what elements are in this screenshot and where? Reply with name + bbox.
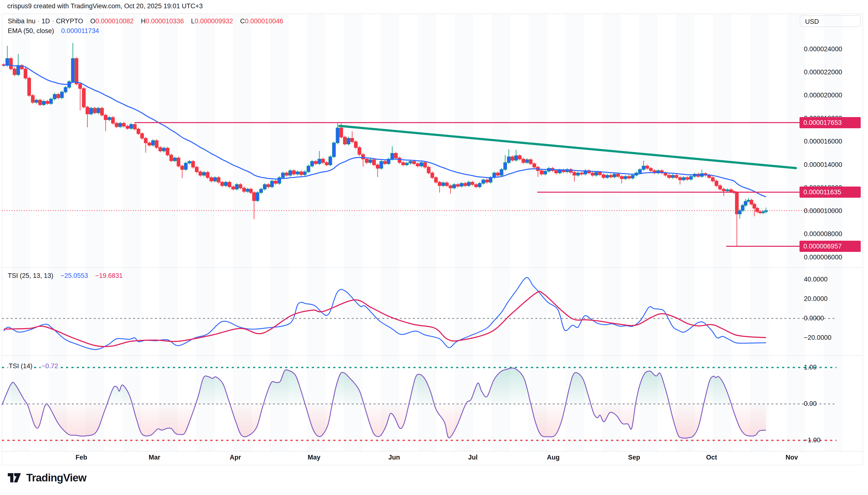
tradingview-published-chart: crispus9 created with TradingView.com, O… [0, 0, 868, 495]
tsi-label: TSI (25, 13, 13) [8, 272, 53, 279]
month-label-nov: Nov [785, 454, 798, 461]
month-label-aug: Aug [547, 454, 559, 461]
month-label-apr: Apr [230, 454, 241, 461]
low-price-label[interactable]: 0.000006957 [799, 241, 861, 252]
month-label-mar: Mar [149, 454, 160, 461]
month-label-sep: Sep [628, 454, 640, 461]
legend-separator: · [50, 17, 56, 25]
close-value: 0.000010046 [245, 17, 283, 25]
month-label-jul: Jul [468, 454, 478, 461]
symbol-name: Shiba Inu [8, 17, 35, 25]
low-value: 0.000009932 [195, 17, 233, 25]
open-key: O [90, 17, 96, 25]
month-label-feb: Feb [75, 454, 87, 461]
ema-value: 0.000011734 [61, 27, 99, 34]
osc-tick-label: 0.00 [804, 400, 817, 408]
interval-label: 1D [41, 17, 50, 25]
price-tick-label: 0.000014000 [804, 161, 842, 169]
attribution-text: crispus9 created with TradingView.com, O… [7, 2, 203, 10]
osc-label: TSI (14) [8, 362, 34, 370]
tsi-tick-label: 20.0000 [804, 295, 828, 303]
month-label-oct: Oct [706, 454, 717, 461]
symbol-legend: Shiba Inu·1D·CRYPTO O0.000010082 H0.0000… [8, 17, 283, 25]
month-label-jun: Jun [388, 454, 400, 461]
tsi-tick-label: −20.0000 [804, 334, 831, 341]
tsi-legend: TSI (25, 13, 13) −25.0553 −19.6831 [8, 272, 123, 279]
osc-tick-label: −1.00 [804, 437, 820, 444]
close-key: C [240, 17, 245, 25]
high-key: H [141, 17, 146, 25]
ema-label: EMA (50, close) [8, 27, 54, 34]
tsi-value-2: −19.6831 [95, 272, 123, 279]
osc-tick-label: 1.00 [804, 363, 817, 371]
exchange-label: CRYPTO [56, 17, 83, 25]
high-value: 0.000010336 [145, 17, 184, 25]
support-price-label[interactable]: 0.000011635 [799, 187, 861, 198]
open-value: 0.000010082 [96, 17, 134, 25]
resistance-price-label[interactable]: 0.000017653 [799, 117, 861, 128]
price-tick-label: 0.000016000 [804, 138, 842, 145]
tradingview-wordmark: TradingView [26, 472, 86, 484]
tradingview-logo[interactable]: TradingView [7, 471, 86, 485]
currency-toggle-button[interactable]: USD [800, 15, 861, 27]
price-tick-label: 0.000008000 [804, 230, 842, 238]
osc-value: −0.72 [40, 362, 59, 370]
low-key: L [191, 17, 195, 25]
legend-separator: · [35, 17, 41, 25]
osc-legend: TSI (14) −0.72 [8, 362, 59, 370]
price-tick-label: 0.000010000 [804, 207, 842, 215]
price-tick-label: 0.000022000 [804, 68, 842, 76]
price-tick-label: 0.000020000 [804, 91, 842, 99]
tradingview-logo-icon [7, 471, 21, 485]
price-tick-label: 0.000024000 [804, 46, 842, 53]
tsi-tick-label: 0.0000 [804, 314, 824, 322]
tsi-value-1: −25.0553 [60, 272, 88, 279]
price-tick-label: 0.000006000 [804, 254, 842, 261]
tsi-tick-label: 40.0000 [804, 276, 828, 283]
month-label-may: May [308, 454, 320, 461]
ema-legend: EMA (50, close) 0.000011734 [8, 27, 99, 35]
chart-canvas [0, 0, 868, 495]
